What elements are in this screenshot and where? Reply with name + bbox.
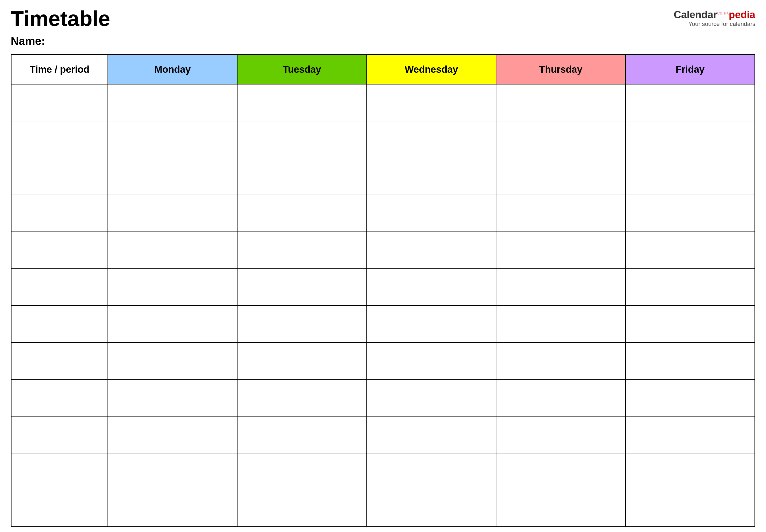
table-cell [626, 269, 755, 306]
table-cell [496, 195, 626, 232]
table-cell [496, 379, 626, 416]
col-header-friday: Friday [626, 55, 755, 84]
table-cell [496, 84, 626, 121]
table-cell [367, 84, 496, 121]
table-cell [237, 416, 367, 453]
table-row [11, 342, 755, 379]
table-cell [626, 195, 755, 232]
table-cell [11, 379, 108, 416]
table-cell [367, 121, 496, 158]
table-row [11, 84, 755, 121]
table-cell [367, 490, 496, 527]
logo-text: Calendarco.ukpedia [674, 9, 755, 21]
timetable-body [11, 84, 755, 527]
table-cell [237, 453, 367, 490]
logo-subtitle: Your source for calendars [674, 21, 755, 28]
table-cell [626, 306, 755, 342]
table-header-row: Time / period Monday Tuesday Wednesday T… [11, 55, 755, 84]
table-row [11, 306, 755, 342]
table-row [11, 416, 755, 453]
table-cell [496, 342, 626, 379]
col-header-tuesday: Tuesday [237, 55, 367, 84]
col-header-monday: Monday [108, 55, 237, 84]
table-cell [626, 453, 755, 490]
table-cell [11, 342, 108, 379]
table-cell [11, 416, 108, 453]
table-cell [237, 342, 367, 379]
table-cell [108, 195, 237, 232]
col-header-wednesday: Wednesday [367, 55, 496, 84]
table-row [11, 453, 755, 490]
table-cell [626, 158, 755, 195]
table-cell [108, 379, 237, 416]
logo-pedia: pedia [729, 9, 755, 20]
table-cell [11, 306, 108, 342]
col-header-time: Time / period [11, 55, 108, 84]
table-cell [496, 453, 626, 490]
table-cell [237, 84, 367, 121]
table-cell [108, 306, 237, 342]
table-row [11, 195, 755, 232]
table-cell [367, 232, 496, 269]
table-row [11, 269, 755, 306]
table-cell [11, 232, 108, 269]
table-cell [237, 195, 367, 232]
table-cell [496, 416, 626, 453]
table-cell [626, 232, 755, 269]
table-cell [11, 84, 108, 121]
page-title: Timetable [11, 8, 110, 29]
table-cell [237, 379, 367, 416]
table-row [11, 121, 755, 158]
table-cell [367, 158, 496, 195]
name-label: Name: [11, 35, 755, 48]
table-cell [626, 379, 755, 416]
table-cell [626, 342, 755, 379]
table-cell [626, 84, 755, 121]
table-cell [496, 269, 626, 306]
table-row [11, 490, 755, 527]
table-cell [626, 121, 755, 158]
table-row [11, 379, 755, 416]
logo-couk: co.uk [717, 10, 729, 16]
table-cell [11, 158, 108, 195]
table-cell [108, 416, 237, 453]
table-cell [108, 490, 237, 527]
table-cell [11, 453, 108, 490]
table-cell [496, 232, 626, 269]
table-cell [108, 121, 237, 158]
table-cell [367, 453, 496, 490]
table-cell [626, 416, 755, 453]
table-cell [108, 232, 237, 269]
table-cell [237, 490, 367, 527]
table-cell [11, 121, 108, 158]
table-cell [108, 84, 237, 121]
header-area: Timetable Calendarco.ukpedia Your source… [11, 8, 755, 29]
table-cell [496, 158, 626, 195]
table-cell [237, 158, 367, 195]
table-cell [11, 269, 108, 306]
table-cell [367, 416, 496, 453]
table-cell [237, 269, 367, 306]
table-cell [367, 195, 496, 232]
table-cell [108, 453, 237, 490]
table-cell [367, 379, 496, 416]
table-cell [367, 342, 496, 379]
table-cell [108, 269, 237, 306]
table-cell [367, 269, 496, 306]
col-header-thursday: Thursday [496, 55, 626, 84]
logo-area: Calendarco.ukpedia Your source for calen… [674, 8, 755, 28]
table-cell [496, 490, 626, 527]
table-cell [11, 490, 108, 527]
table-row [11, 232, 755, 269]
table-cell [496, 121, 626, 158]
table-cell [237, 306, 367, 342]
table-cell [11, 195, 108, 232]
logo-calendar: Calendar [674, 9, 717, 20]
table-cell [108, 342, 237, 379]
timetable: Time / period Monday Tuesday Wednesday T… [11, 54, 755, 527]
table-cell [496, 306, 626, 342]
table-cell [237, 232, 367, 269]
table-row [11, 158, 755, 195]
table-cell [626, 490, 755, 527]
table-cell [237, 121, 367, 158]
